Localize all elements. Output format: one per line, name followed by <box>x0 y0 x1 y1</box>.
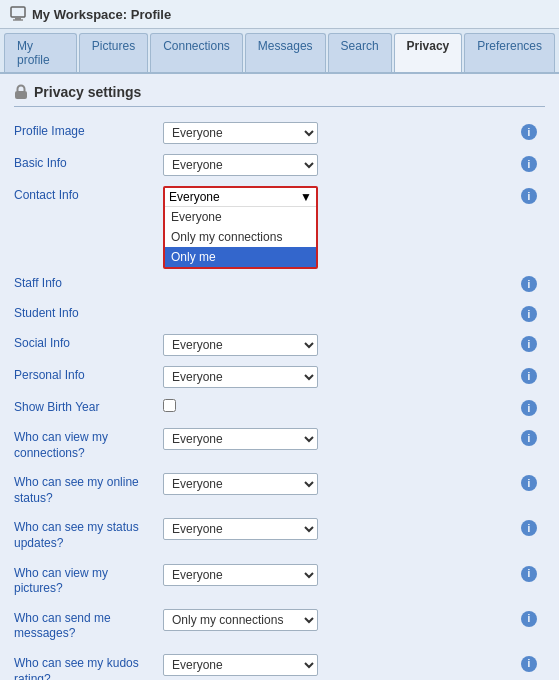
tab-my-profile[interactable]: My profile <box>4 33 77 72</box>
info-contact-info: i <box>521 181 545 211</box>
select-status-updates[interactable]: Everyone Only my connections Only me <box>163 518 318 540</box>
control-view-pictures: Everyone Only my connections Only me <box>159 559 521 591</box>
label-personal-info: Personal Info <box>14 361 159 391</box>
title-bar: My Workspace: Profile <box>0 0 559 29</box>
label-basic-info: Basic Info <box>14 149 159 179</box>
info-icon[interactable]: i <box>521 656 537 672</box>
dropdown-arrow: ▼ <box>300 190 312 204</box>
info-icon[interactable]: i <box>521 188 537 204</box>
info-social-info: i <box>521 329 545 359</box>
main-content: Privacy settings Profile Image Everyone … <box>0 74 559 680</box>
info-icon[interactable]: i <box>521 430 537 446</box>
tab-bar: My profilePicturesConnectionsMessagesSea… <box>0 29 559 74</box>
control-birth-year <box>159 393 521 421</box>
checkbox-birth-year[interactable] <box>163 399 176 412</box>
info-icon[interactable]: i <box>521 611 537 627</box>
settings-grid: Profile Image Everyone Only my connectio… <box>14 117 545 680</box>
info-icon[interactable]: i <box>521 520 537 536</box>
info-icon[interactable]: i <box>521 124 537 140</box>
workspace-icon <box>10 6 26 22</box>
control-basic-info: Everyone Only my connections Only me <box>159 149 521 181</box>
info-icon[interactable]: i <box>521 306 537 322</box>
info-student-info: i <box>521 299 545 329</box>
tab-connections[interactable]: Connections <box>150 33 243 72</box>
dropdown-option-only-me[interactable]: Only me <box>165 247 316 267</box>
label-social-info: Social Info <box>14 329 159 359</box>
dropdown-option-everyone[interactable]: Everyone <box>165 207 316 227</box>
info-icon[interactable]: i <box>521 475 537 491</box>
select-social-info[interactable]: Everyone Only my connections Only me <box>163 334 318 356</box>
open-dropdown[interactable]: Everyone ▼ Everyone Only my connections … <box>163 186 318 269</box>
control-send-messages: Everyone Only my connections Only me <box>159 604 521 636</box>
info-view-connections: i <box>521 423 545 453</box>
label-profile-image: Profile Image <box>14 117 159 147</box>
label-kudos-rating: Who can see my kudos rating? <box>14 649 159 680</box>
dropdown-header[interactable]: Everyone ▼ <box>165 188 316 207</box>
section-header: Privacy settings <box>14 84 545 107</box>
info-icon[interactable]: i <box>521 400 537 416</box>
control-online-status: Everyone Only my connections Only me <box>159 468 521 500</box>
label-contact-info: Contact Info <box>14 181 159 211</box>
label-student-info: Student Info <box>14 299 159 329</box>
select-kudos-rating[interactable]: Everyone Only my connections Only me <box>163 654 318 676</box>
control-contact-info[interactable]: Everyone ▼ Everyone Only my connections … <box>159 181 521 269</box>
tab-pictures[interactable]: Pictures <box>79 33 148 72</box>
dropdown-list: Everyone Only my connections Only me <box>165 207 316 267</box>
select-view-pictures[interactable]: Everyone Only my connections Only me <box>163 564 318 586</box>
control-status-updates: Everyone Only my connections Only me <box>159 513 521 545</box>
info-icon[interactable]: i <box>521 156 537 172</box>
section-title: Privacy settings <box>34 84 141 100</box>
info-icon[interactable]: i <box>521 368 537 384</box>
label-online-status: Who can see my online status? <box>14 468 159 513</box>
select-profile-image[interactable]: Everyone Only my connections Only me <box>163 122 318 144</box>
label-status-updates: Who can see my status updates? <box>14 513 159 558</box>
select-personal-info[interactable]: Everyone Only my connections Only me <box>163 366 318 388</box>
svg-rect-3 <box>15 91 27 99</box>
info-personal-info: i <box>521 361 545 391</box>
info-birth-year: i <box>521 393 545 423</box>
label-view-connections: Who can view my connections? <box>14 423 159 468</box>
info-online-status: i <box>521 468 545 498</box>
tab-search[interactable]: Search <box>328 33 392 72</box>
info-status-updates: i <box>521 513 545 543</box>
info-icon[interactable]: i <box>521 336 537 352</box>
info-kudos-rating: i <box>521 649 545 679</box>
info-basic-info: i <box>521 149 545 179</box>
control-student-info <box>159 299 521 323</box>
select-send-messages[interactable]: Everyone Only my connections Only me <box>163 609 318 631</box>
select-basic-info[interactable]: Everyone Only my connections Only me <box>163 154 318 176</box>
control-social-info: Everyone Only my connections Only me <box>159 329 521 361</box>
tab-privacy[interactable]: Privacy <box>394 33 463 72</box>
label-send-messages: Who can send me messages? <box>14 604 159 649</box>
control-profile-image: Everyone Only my connections Only me <box>159 117 521 149</box>
info-staff-info: i <box>521 269 545 299</box>
info-icon[interactable]: i <box>521 276 537 292</box>
select-online-status[interactable]: Everyone Only my connections Only me <box>163 473 318 495</box>
control-kudos-rating: Everyone Only my connections Only me <box>159 649 521 680</box>
label-view-pictures: Who can view my pictures? <box>14 559 159 604</box>
info-profile-image: i <box>521 117 545 147</box>
svg-rect-0 <box>11 7 25 17</box>
dropdown-option-connections[interactable]: Only my connections <box>165 227 316 247</box>
control-staff-info <box>159 269 521 293</box>
dropdown-current-value: Everyone <box>169 190 220 204</box>
select-view-connections[interactable]: Everyone Only my connections Only me <box>163 428 318 450</box>
page-title: My Workspace: Profile <box>32 7 171 22</box>
info-icon[interactable]: i <box>521 566 537 582</box>
label-birth-year: Show Birth Year <box>14 393 159 423</box>
lock-icon <box>14 84 28 100</box>
label-staff-info: Staff Info <box>14 269 159 299</box>
info-send-messages: i <box>521 604 545 634</box>
control-view-connections: Everyone Only my connections Only me <box>159 423 521 455</box>
tab-messages[interactable]: Messages <box>245 33 326 72</box>
tab-preferences[interactable]: Preferences <box>464 33 555 72</box>
info-view-pictures: i <box>521 559 545 589</box>
control-personal-info: Everyone Only my connections Only me <box>159 361 521 393</box>
